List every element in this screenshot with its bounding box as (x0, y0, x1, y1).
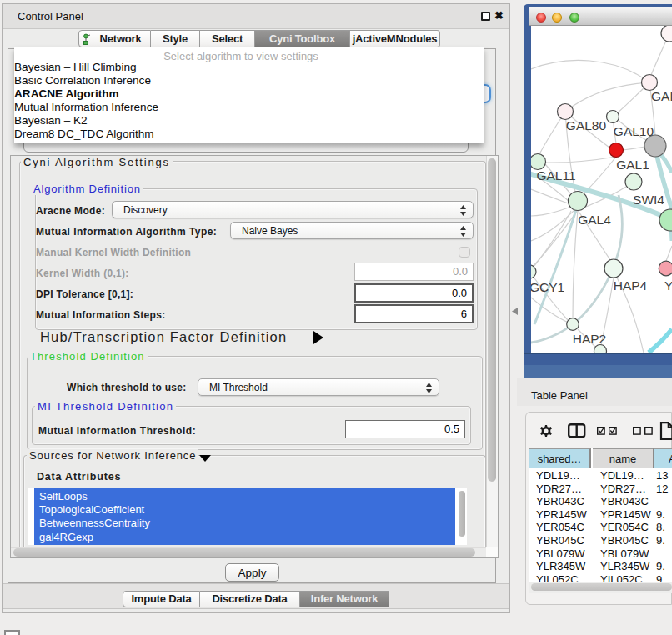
svg-text:SWI4: SWI4 (633, 192, 664, 207)
svg-text:HAP2: HAP2 (573, 332, 607, 346)
svg-text:GAL4: GAL4 (578, 212, 611, 227)
svg-text:HAP4: HAP4 (614, 278, 648, 292)
svg-text:GAL1: GAL1 (616, 158, 649, 172)
svg-text:YJ: YJ (664, 278, 672, 292)
svg-text:GAL7: GAL7 (651, 89, 672, 103)
svg-text:GAL11: GAL11 (536, 168, 575, 182)
svg-text:GAL10: GAL10 (614, 124, 654, 138)
svg-text:GCY1: GCY1 (531, 280, 564, 294)
svg-text:GAL80: GAL80 (566, 118, 607, 132)
